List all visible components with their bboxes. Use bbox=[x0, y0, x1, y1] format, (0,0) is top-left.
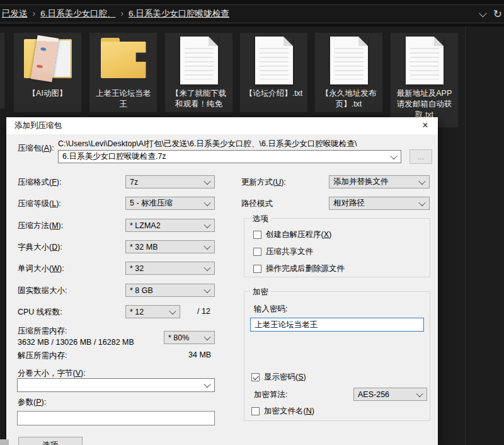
cpu-threads-max: / 12 bbox=[197, 307, 210, 316]
memory-percent-combobox[interactable]: * 80% bbox=[164, 331, 215, 344]
password-input[interactable]: 上老王论坛当老王 bbox=[250, 318, 424, 332]
refresh-icon[interactable]: ↻ bbox=[493, 9, 502, 20]
path-mode-combobox[interactable]: 相对路径 bbox=[329, 197, 430, 210]
file-name: 上老王论坛当老王 bbox=[93, 88, 154, 110]
options-button[interactable]: 选项 bbox=[18, 437, 83, 445]
file-tile-ai-folder[interactable]: 【AI动图】 bbox=[14, 33, 81, 112]
solid-block-combobox[interactable]: * 8 GB bbox=[125, 284, 215, 297]
file-tile-txt[interactable]: 【来了就能下载和观看！纯免 bbox=[165, 33, 232, 112]
method-combobox[interactable]: * LZMA2 bbox=[125, 219, 215, 232]
dictionary-combobox[interactable]: * 32 MB bbox=[125, 240, 215, 253]
options-group-title: 选项 bbox=[250, 214, 271, 224]
folder-icon bbox=[101, 43, 146, 78]
text-file-icon bbox=[330, 37, 368, 84]
format-label: 压缩格式(F): bbox=[18, 177, 61, 188]
options-group: 选项 创建自解压程序(X) 压缩共享文件 操作完成后删除源文件 bbox=[244, 218, 430, 277]
breadcrumb-item[interactable]: 6.日系美少女口腔、 bbox=[40, 8, 115, 20]
text-file-icon bbox=[180, 37, 218, 84]
level-label: 压缩等级(L): bbox=[18, 199, 61, 209]
add-to-archive-dialog: 添加到压缩包 × 压缩包(A): C:\Users\Levi\Desktop\A… bbox=[6, 117, 438, 445]
encryption-group: 加密 输入密码: 上老王论坛当老王 显示密码(S) 加密算法: AES-256 … bbox=[244, 291, 430, 421]
file-name: 【论坛介绍】.txt bbox=[243, 88, 305, 99]
address-bar[interactable]: 已发送 › 6.日系美少女口腔、 › 6.日系美少女口腔喉咙检查 ↻ bbox=[0, 4, 504, 23]
decompress-memory-label: 解压所需内存: bbox=[18, 350, 67, 361]
cpu-threads-label: CPU 线程数: bbox=[18, 307, 62, 318]
file-tile-txt[interactable]: 最新地址及APP请发邮箱自动获取.txt bbox=[391, 33, 458, 127]
encrypt-filenames-checkbox[interactable]: 加密文件名(N) bbox=[251, 406, 314, 417]
chevron-down-icon bbox=[390, 152, 397, 159]
password-label: 输入密码: bbox=[254, 304, 287, 315]
dictionary-label: 字典大小(D): bbox=[18, 242, 62, 253]
explorer-toolbar: 已发送 › 6.日系美少女口腔、 › 6.日系美少女口腔喉咙检查 ↻ bbox=[0, 0, 504, 26]
dialog-title: 添加到压缩包 bbox=[6, 120, 62, 131]
archive-name-combobox[interactable]: 6.日系美少女口腔喉咙检查.7z bbox=[58, 150, 401, 163]
archive-label: 压缩包(A): bbox=[18, 143, 54, 154]
volume-size-label: 分卷大小，字节(V): bbox=[18, 368, 86, 379]
file-grid: 【AI动图】 上老王论坛当老王 【来了就能下载和观看！纯免 【论坛介绍】.txt… bbox=[0, 33, 504, 127]
file-name: 【来了就能下载和观看！纯免 bbox=[168, 88, 230, 110]
level-combobox[interactable]: 5 - 标准压缩 bbox=[125, 197, 215, 210]
show-password-checkbox[interactable]: 显示密码(S) bbox=[251, 372, 306, 383]
update-mode-label: 更新方式(U): bbox=[241, 177, 286, 188]
solid-block-label: 固实数据大小: bbox=[18, 286, 67, 296]
dialog-titlebar: 添加到压缩包 × bbox=[6, 117, 438, 134]
background-window-fragment bbox=[0, 439, 9, 445]
create-sfx-checkbox[interactable]: 创建自解压程序(X) bbox=[253, 229, 331, 240]
chevron-down-icon[interactable] bbox=[479, 9, 487, 17]
method-label: 压缩方法(M): bbox=[18, 221, 63, 231]
breadcrumb-item[interactable]: 已发送 bbox=[2, 8, 28, 20]
text-file-icon bbox=[406, 37, 444, 84]
encryption-method-label: 加密算法: bbox=[254, 390, 287, 400]
compress-memory-label: 压缩所需内存: bbox=[18, 326, 67, 337]
file-name: 【永久地址发布页】.txt bbox=[318, 88, 380, 110]
path-mode-label: 路径模式 bbox=[241, 199, 273, 209]
breadcrumb-item[interactable]: 6.日系美少女口腔喉咙检查 bbox=[129, 8, 229, 20]
folder-with-photo-icon bbox=[24, 42, 72, 79]
delete-after-checkbox[interactable]: 操作完成后删除源文件 bbox=[253, 263, 345, 274]
text-file-icon bbox=[255, 37, 293, 84]
file-tile-folder[interactable]: 上老王论坛当老王 bbox=[89, 33, 157, 112]
compress-memory-values: 3632 MB / 13026 MB / 16282 MB bbox=[18, 338, 134, 347]
volume-size-combobox[interactable] bbox=[17, 378, 215, 392]
compress-shared-checkbox[interactable]: 压缩共享文件 bbox=[253, 246, 313, 257]
file-tile-txt[interactable]: 【永久地址发布页】.txt bbox=[315, 33, 382, 112]
decompress-memory-value: 34 MB bbox=[188, 350, 211, 359]
encryption-group-title: 加密 bbox=[250, 287, 271, 298]
breadcrumb-separator-icon: › bbox=[33, 8, 36, 18]
format-combobox[interactable]: 7z bbox=[125, 175, 215, 188]
parameters-label: 参数(P): bbox=[18, 397, 46, 408]
browse-button[interactable]: ... bbox=[410, 149, 432, 164]
archive-path: C:\Users\Levi\Desktop\AI打包\已发送\6.日系美少女口腔… bbox=[58, 139, 357, 149]
file-name: 最新地址及APP请发邮箱自动获取.txt bbox=[394, 88, 455, 120]
word-size-combobox[interactable]: * 32 bbox=[125, 262, 215, 275]
cpu-threads-combobox[interactable]: * 12 bbox=[125, 305, 180, 318]
file-tile-txt[interactable]: 【论坛介绍】.txt bbox=[240, 33, 307, 112]
breadcrumb-separator-icon: › bbox=[120, 8, 123, 18]
breadcrumb: 已发送 › 6.日系美少女口腔、 › 6.日系美少女口腔喉咙检查 bbox=[0, 8, 229, 20]
file-name: 【AI动图】 bbox=[17, 88, 79, 99]
parameters-input[interactable] bbox=[17, 411, 215, 425]
close-icon[interactable]: × bbox=[415, 117, 435, 134]
update-mode-combobox[interactable]: 添加并替换文件 bbox=[329, 175, 430, 188]
word-size-label: 单词大小(W): bbox=[18, 263, 64, 274]
encryption-method-combobox[interactable]: AES-256 bbox=[353, 388, 427, 401]
